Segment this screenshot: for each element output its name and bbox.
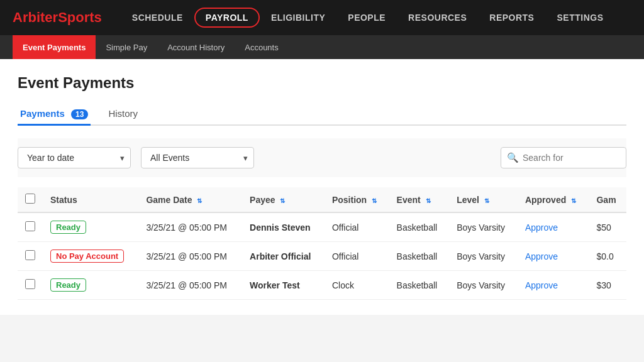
search-wrap: 🔍	[501, 147, 626, 168]
nav-item-settings[interactable]: SETTINGS	[545, 0, 614, 35]
cell-approved-0[interactable]: Approve	[518, 212, 589, 242]
cell-payee-2: Worker Test	[242, 271, 325, 300]
tabs-container: Payments 13 History	[18, 103, 626, 126]
date-filter-wrap: Year to date Last 30 days Last 90 days C…	[18, 147, 131, 168]
table-row: Ready 3/25/21 @ 05:00 PM Worker Test Clo…	[18, 271, 626, 300]
nav-item-people[interactable]: PEOPLE	[336, 0, 397, 35]
cell-status-1: No Pay Account	[43, 242, 138, 271]
cell-approved-1[interactable]: Approve	[518, 242, 589, 271]
logo-white: Arbiter	[13, 9, 58, 25]
select-all-checkbox[interactable]	[25, 194, 35, 204]
tab-payments-label: Payments	[20, 108, 65, 119]
payments-table-wrap: Status Game Date ⇅ Payee ⇅ Position ⇅ E	[18, 187, 626, 300]
nav-item-schedule[interactable]: SCHEDULE	[121, 0, 194, 35]
cell-game-date-1: 3/25/21 @ 05:00 PM	[138, 242, 242, 271]
subnav-item-event-payments[interactable]: Event Payments	[13, 35, 96, 59]
sort-arrows-payee: ⇅	[280, 197, 285, 204]
logo-red: Sports	[58, 9, 102, 25]
top-navigation: ArbiterSports SCHEDULE PAYROLL ELIGIBILI…	[0, 0, 644, 35]
cell-payee-0: Dennis Steven	[242, 212, 325, 242]
col-position[interactable]: Position ⇅	[325, 187, 389, 212]
select-all-header[interactable]	[18, 187, 43, 212]
cell-game-date-2: 3/25/21 @ 05:00 PM	[138, 271, 242, 300]
event-filter-wrap: All Events Basketball Football Soccer	[141, 147, 254, 168]
col-game-date[interactable]: Game Date ⇅	[138, 187, 242, 212]
cell-payee-1: Arbiter Official	[242, 242, 325, 271]
nav-item-resources[interactable]: RESOURCES	[397, 0, 478, 35]
nav-item-eligibility[interactable]: ELIGIBILITY	[260, 0, 336, 35]
row-checkbox-1[interactable]	[25, 250, 35, 260]
cell-game-amount-0: $50	[589, 212, 626, 242]
table-row: Ready 3/25/21 @ 05:00 PM Dennis Steven O…	[18, 212, 626, 242]
sub-navigation: Event Payments Simple Pay Account Histor…	[0, 35, 644, 59]
page-title: Event Payments	[18, 74, 626, 92]
status-badge-1: No Pay Account	[50, 250, 124, 263]
cell-event-2: Basketball	[389, 271, 450, 300]
date-filter[interactable]: Year to date Last 30 days Last 90 days C…	[18, 147, 131, 168]
tab-payments[interactable]: Payments 13	[18, 103, 91, 126]
search-icon: 🔍	[507, 152, 519, 163]
nav-item-reports[interactable]: REPORTS	[478, 0, 545, 35]
table-header-row: Status Game Date ⇅ Payee ⇅ Position ⇅ E	[18, 187, 626, 212]
tab-payments-badge: 13	[71, 109, 88, 119]
col-approved[interactable]: Approved ⇅	[518, 187, 589, 212]
cell-position-0: Official	[325, 212, 389, 242]
col-event[interactable]: Event ⇅	[389, 187, 450, 212]
cell-event-1: Basketball	[389, 242, 450, 271]
sort-arrows-position: ⇅	[372, 197, 377, 204]
approve-link-2[interactable]: Approve	[525, 280, 558, 290]
cell-status-0: Ready	[43, 212, 138, 242]
col-game-amount: Gam	[589, 187, 626, 212]
approve-link-1[interactable]: Approve	[525, 251, 558, 261]
sort-arrows-approved: ⇅	[571, 197, 576, 204]
col-level[interactable]: Level ⇅	[449, 187, 518, 212]
sort-arrows-level: ⇅	[484, 197, 489, 204]
event-filter[interactable]: All Events Basketball Football Soccer	[141, 147, 254, 168]
row-checkbox-2[interactable]	[25, 279, 35, 289]
status-badge-2: Ready	[50, 278, 86, 292]
payments-table: Status Game Date ⇅ Payee ⇅ Position ⇅ E	[18, 187, 626, 300]
sort-arrows-event: ⇅	[426, 197, 431, 204]
sort-arrows-date: ⇅	[197, 197, 202, 204]
filters-row: Year to date Last 30 days Last 90 days C…	[18, 138, 626, 177]
tab-history[interactable]: History	[106, 103, 140, 126]
tab-history-label: History	[108, 108, 138, 119]
cell-game-amount-1: $0.0	[589, 242, 626, 271]
search-input[interactable]	[501, 147, 626, 168]
approve-link-0[interactable]: Approve	[525, 222, 558, 233]
cell-level-0: Boys Varsity	[449, 212, 518, 242]
cell-level-2: Boys Varsity	[449, 271, 518, 300]
row-checkbox-cell[interactable]	[18, 271, 43, 300]
cell-game-date-0: 3/25/21 @ 05:00 PM	[138, 212, 242, 242]
col-status: Status	[43, 187, 138, 212]
cell-position-1: Official	[325, 242, 389, 271]
cell-level-1: Boys Varsity	[449, 242, 518, 271]
row-checkbox-0[interactable]	[25, 221, 35, 231]
subnav-item-simple-pay[interactable]: Simple Pay	[96, 35, 157, 59]
cell-status-2: Ready	[43, 271, 138, 300]
status-badge-0: Ready	[50, 221, 86, 234]
cell-game-amount-2: $30	[589, 271, 626, 300]
row-checkbox-cell[interactable]	[18, 242, 43, 271]
col-payee[interactable]: Payee ⇅	[242, 187, 325, 212]
cell-event-0: Basketball	[389, 212, 450, 242]
nav-item-payroll[interactable]: PAYROLL	[194, 8, 260, 28]
subnav-item-account-history[interactable]: Account History	[157, 35, 235, 59]
logo: ArbiterSports	[13, 9, 102, 26]
page-content: Event Payments Payments 13 History Year …	[0, 59, 644, 315]
cell-position-2: Clock	[325, 271, 389, 300]
row-checkbox-cell[interactable]	[18, 212, 43, 242]
cell-approved-2[interactable]: Approve	[518, 271, 589, 300]
nav-items: SCHEDULE PAYROLL ELIGIBILITY PEOPLE RESO…	[121, 0, 615, 35]
table-row: No Pay Account 3/25/21 @ 05:00 PM Arbite…	[18, 242, 626, 271]
subnav-item-accounts[interactable]: Accounts	[235, 35, 288, 59]
